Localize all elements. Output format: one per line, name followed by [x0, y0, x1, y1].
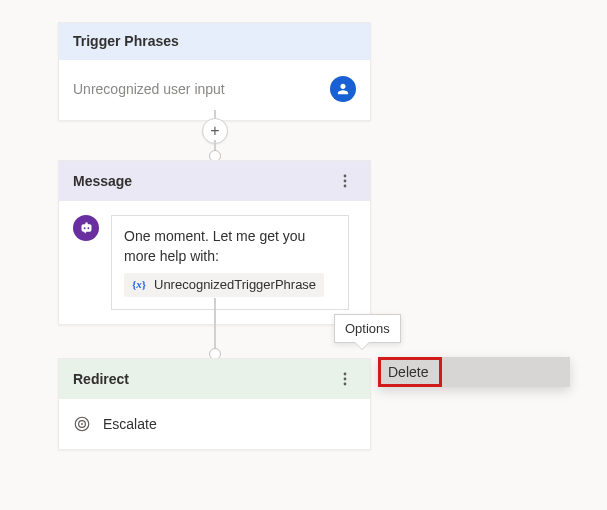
redirect-header-label: Redirect [73, 371, 129, 387]
escalate-icon [73, 415, 91, 433]
svg-point-1 [344, 180, 347, 183]
message-text: One moment. Let me get you more help wit… [124, 226, 336, 267]
svg-point-2 [344, 185, 347, 188]
authoring-canvas: Trigger Phrases Unrecognized user input … [0, 0, 607, 510]
redirect-action-label: Escalate [103, 416, 157, 432]
svg-point-3 [344, 373, 347, 376]
variable-fx-icon: {x} [130, 277, 148, 293]
svg-point-0 [344, 175, 347, 178]
trigger-phrases-header: Trigger Phrases [59, 23, 370, 60]
svg-point-8 [81, 423, 83, 425]
context-menu: Delete [378, 357, 570, 387]
plus-icon: + [210, 123, 219, 139]
message-bubble[interactable]: One moment. Let me get you more help wit… [111, 215, 349, 310]
connector-line [214, 298, 216, 354]
variable-name: UnrecognizedTriggerPhrase [154, 276, 316, 295]
bot-icon [73, 215, 99, 241]
variable-chip[interactable]: {x} UnrecognizedTriggerPhrase [124, 273, 324, 298]
trigger-phrase-text: Unrecognized user input [73, 81, 225, 97]
message-header: Message [59, 161, 370, 201]
message-header-label: Message [73, 173, 132, 189]
options-tooltip: Options [334, 314, 401, 343]
user-icon [330, 76, 356, 102]
vertical-ellipsis-icon [343, 372, 347, 386]
svg-point-5 [344, 383, 347, 386]
trigger-phrases-node[interactable]: Trigger Phrases Unrecognized user input [58, 22, 371, 121]
svg-point-4 [344, 378, 347, 381]
redirect-header: Redirect [59, 359, 370, 399]
menu-item-delete[interactable]: Delete [378, 357, 442, 387]
message-options-button[interactable] [334, 170, 356, 192]
redirect-node[interactable]: Redirect Escalate [58, 358, 371, 450]
vertical-ellipsis-icon [343, 174, 347, 188]
redirect-options-button[interactable] [334, 368, 356, 390]
redirect-body: Escalate [59, 399, 370, 449]
